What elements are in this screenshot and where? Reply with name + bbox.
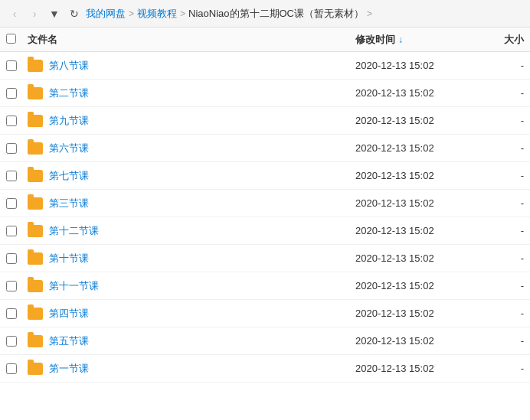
file-name: 第九节课 — [49, 114, 89, 128]
select-all-checkbox[interactable] — [6, 34, 16, 44]
file-size: - — [478, 252, 524, 264]
row-checkbox[interactable] — [6, 363, 28, 374]
table-row[interactable]: 第八节课 2020-12-13 15:02 - — [0, 52, 530, 80]
file-name-cell: 第四节课 — [28, 307, 355, 321]
file-name: 第六节课 — [49, 142, 89, 155]
back-button[interactable]: ‹ — [6, 5, 23, 22]
breadcrumb-sep-3: > — [367, 8, 372, 19]
file-date: 2020-12-13 15:02 — [355, 252, 478, 264]
header-name: 文件名 — [28, 33, 355, 47]
file-name: 第八节课 — [49, 59, 89, 73]
row-checkbox[interactable] — [6, 253, 28, 264]
header-date[interactable]: 修改时间 ↓ — [355, 33, 478, 47]
toolbar: ‹ › ▼ ↻ 我的网盘 > 视频教程 > NiaoNiao的第十二期OC课（暂… — [0, 0, 530, 28]
file-name-cell: 第九节课 — [28, 114, 355, 128]
row-checkbox[interactable] — [6, 88, 28, 99]
row-checkbox[interactable] — [6, 198, 28, 209]
table-row[interactable]: 第四节课 2020-12-13 15:02 - — [0, 300, 530, 327]
file-name-cell: 第八节课 — [28, 59, 355, 73]
file-size: - — [478, 170, 524, 181]
row-checkbox[interactable] — [6, 336, 28, 347]
file-size: - — [478, 280, 524, 291]
folder-icon — [28, 308, 43, 320]
breadcrumb-sep-2: > — [180, 8, 185, 19]
folder-icon — [28, 252, 43, 265]
file-name-cell: 第十节课 — [28, 252, 355, 265]
table-row[interactable]: 第六节课 2020-12-13 15:02 - — [0, 135, 530, 162]
folder-icon — [28, 363, 43, 375]
row-checkbox[interactable] — [6, 143, 28, 154]
file-date: 2020-12-13 15:02 — [355, 60, 478, 71]
folder-icon — [28, 280, 43, 292]
file-size: - — [478, 308, 524, 319]
file-size: - — [478, 197, 524, 209]
file-size: - — [478, 115, 524, 126]
breadcrumb-mycloud[interactable]: 我的网盘 — [86, 7, 126, 21]
table-row[interactable]: 第十一节课 2020-12-13 15:02 - — [0, 272, 530, 300]
file-name: 第十二节课 — [49, 224, 99, 238]
table-row[interactable]: 第七节课 2020-12-13 15:02 - — [0, 162, 530, 190]
folder-icon — [28, 87, 43, 99]
file-date: 2020-12-13 15:02 — [355, 115, 478, 126]
breadcrumb-video[interactable]: 视频教程 — [137, 7, 177, 21]
file-date: 2020-12-13 15:02 — [355, 87, 478, 99]
file-date: 2020-12-13 15:02 — [355, 363, 478, 374]
table-header: 文件名 修改时间 ↓ 大小 — [0, 28, 530, 52]
row-checkbox[interactable] — [6, 308, 28, 319]
table-row[interactable]: 第五节课 2020-12-13 15:02 - — [0, 327, 530, 355]
refresh-button[interactable]: ↻ — [66, 5, 83, 22]
file-date: 2020-12-13 15:02 — [355, 335, 478, 347]
folder-icon — [28, 142, 43, 155]
row-checkbox[interactable] — [6, 171, 28, 181]
table-row[interactable]: 第九节课 2020-12-13 15:02 - — [0, 107, 530, 135]
table-row[interactable]: 第十二节课 2020-12-13 15:02 - — [0, 217, 530, 245]
file-table: 文件名 修改时间 ↓ 大小 第八节课 2020-12-13 15:02 - 第二… — [0, 28, 530, 383]
header-date-label: 修改时间 — [355, 33, 395, 47]
table-row[interactable]: 第三节课 2020-12-13 15:02 - — [0, 190, 530, 217]
row-checkbox[interactable] — [6, 60, 28, 71]
sort-down-icon: ↓ — [398, 34, 403, 45]
file-name: 第二节课 — [49, 86, 89, 100]
breadcrumb-current: NiaoNiao的第十二期OC课（暂无素材） — [188, 7, 364, 21]
file-name: 第七节课 — [49, 169, 89, 183]
file-name: 第十一节课 — [49, 279, 99, 293]
file-size: - — [478, 225, 524, 236]
folder-icon — [28, 170, 43, 182]
file-name-cell: 第二节课 — [28, 86, 355, 100]
table-row[interactable]: 第一节课 2020-12-13 15:02 - — [0, 355, 530, 383]
row-checkbox[interactable] — [6, 226, 28, 236]
file-name: 第十节课 — [49, 252, 89, 265]
file-date: 2020-12-13 15:02 — [355, 142, 478, 154]
file-size: - — [478, 60, 524, 71]
header-checkbox-col — [6, 34, 28, 46]
folder-icon — [28, 335, 43, 347]
folder-icon — [28, 197, 43, 210]
file-date: 2020-12-13 15:02 — [355, 280, 478, 291]
folder-icon — [28, 60, 43, 72]
breadcrumb: 我的网盘 > 视频教程 > NiaoNiao的第十二期OC课（暂无素材） > — [86, 7, 524, 21]
row-checkbox[interactable] — [6, 116, 28, 126]
header-size: 大小 — [478, 33, 524, 47]
file-size: - — [478, 87, 524, 99]
table-row[interactable]: 第十节课 2020-12-13 15:02 - — [0, 245, 530, 272]
row-checkbox[interactable] — [6, 281, 28, 291]
dropdown-button[interactable]: ▼ — [46, 5, 63, 22]
file-name: 第三节课 — [49, 197, 89, 210]
table-row[interactable]: 第二节课 2020-12-13 15:02 - — [0, 80, 530, 107]
file-name: 第五节课 — [49, 334, 89, 348]
forward-button[interactable]: › — [26, 5, 43, 22]
file-size: - — [478, 142, 524, 154]
folder-icon — [28, 225, 43, 237]
file-date: 2020-12-13 15:02 — [355, 225, 478, 236]
file-name-cell: 第六节课 — [28, 142, 355, 155]
file-name-cell: 第三节课 — [28, 197, 355, 210]
file-size: - — [478, 335, 524, 347]
folder-icon — [28, 115, 43, 127]
file-name-cell: 第七节课 — [28, 169, 355, 183]
file-size: - — [478, 363, 524, 374]
file-name-cell: 第五节课 — [28, 334, 355, 348]
file-name: 第一节课 — [49, 362, 89, 376]
file-name: 第四节课 — [49, 307, 89, 321]
file-date: 2020-12-13 15:02 — [355, 170, 478, 181]
file-name-cell: 第一节课 — [28, 362, 355, 376]
